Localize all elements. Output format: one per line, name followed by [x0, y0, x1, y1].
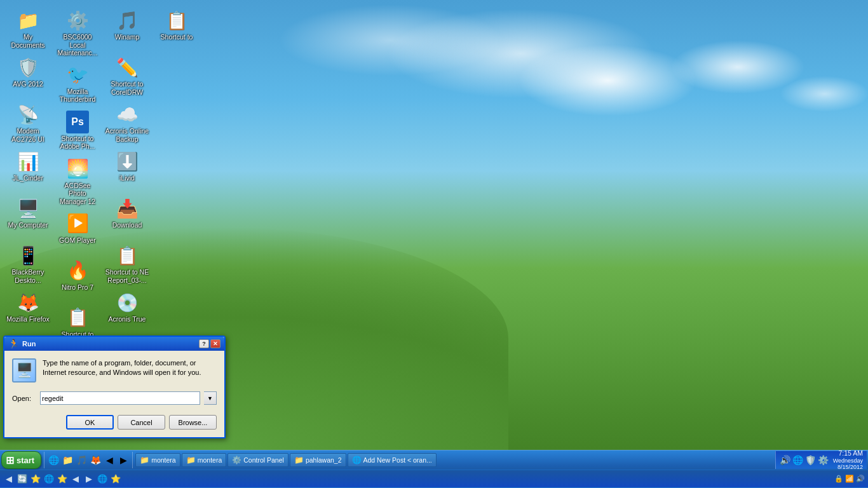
- desktop-icon-label-winamp: Winamp: [115, 33, 140, 41]
- desktop-icon-nitro-pro[interactable]: 🔥Nitro Pro 7: [53, 257, 102, 302]
- title-left: 🏃 Run: [8, 339, 36, 349]
- tray-bottom-icon-2[interactable]: 📶: [845, 475, 854, 483]
- task-montera-2[interactable]: 📁 montera: [182, 453, 227, 467]
- desktop-icon-label-bsc6000: BSC6000 Local Maintenanc...: [55, 33, 100, 57]
- desktop-icon-label-shortcut-ne: Shortcut to NE Report_03-...: [105, 268, 149, 284]
- quick-launch: 🌐 📁 🎵 🦊 ◀ ▶: [44, 452, 133, 468]
- row2-left[interactable]: ◀: [70, 473, 81, 485]
- desktop-icon-ilivid[interactable]: ⬇️iLivid: [102, 147, 152, 193]
- desktop-icon-img-shortcut-bottom: 📋: [165, 9, 188, 32]
- desktop-icon-avg-2012[interactable]: 🛡️AVG 2012: [3, 53, 53, 99]
- run-input[interactable]: [40, 391, 200, 405]
- desktop-icon-img-mozilla-thunderbird: 🐦: [66, 64, 89, 86]
- desktop-icon-label-mozilla-thunderbird: Mozilla Thunderbird: [55, 88, 100, 104]
- desktop-icon-label-nitro-pro: Nitro Pro 7: [62, 283, 93, 292]
- desktop-icon-label-my-documents: My Documents: [6, 33, 50, 49]
- desktop-icon-img-download: 📥: [116, 197, 139, 220]
- task-control-panel[interactable]: ⚙️ Control Panel: [227, 453, 288, 467]
- task-post-label: Add New Post < oran...: [363, 456, 432, 464]
- task-cp-icon: ⚙️: [232, 456, 241, 464]
- row2-back[interactable]: ◀: [3, 473, 15, 485]
- taskbar-tasks: 📁 montera 📁 montera ⚙️ Control Panel 📁 p…: [133, 453, 775, 467]
- desktop-icon-mozilla-firefox[interactable]: 🦊Mozilla Firefox: [3, 288, 53, 334]
- row2-star2[interactable]: ⭐: [57, 473, 68, 485]
- run-icon: 🖥️: [12, 358, 36, 383]
- tray-icon-3[interactable]: 🛡️: [805, 455, 816, 465]
- desktop-icon-acronis-online[interactable]: ☁️Acronis Online Backup: [102, 100, 152, 146]
- tray-bottom-icon-1[interactable]: 🔒: [834, 475, 843, 483]
- desktop-icon-my-computer[interactable]: 🖥️My Computer: [3, 194, 53, 240]
- desktop-icon-shortcut-ne[interactable]: 📋Shortcut to NE Report_03-...: [102, 241, 152, 287]
- ie-quicklaunch[interactable]: 🌐: [47, 454, 60, 466]
- firefox-quicklaunch[interactable]: 🦊: [89, 454, 102, 466]
- desktop-icon-shortcut-adobe[interactable]: PsShortcut to Adobe Ph...: [53, 108, 102, 154]
- row2-star1[interactable]: ⭐: [30, 473, 41, 485]
- start-button[interactable]: ⊞ start: [1, 451, 41, 469]
- desktop-icon-img-shortcut-bercaibal: 📋: [66, 306, 89, 329]
- task-montera-1-label: montera: [151, 456, 176, 464]
- desktop-icon-label-download: Download: [112, 221, 142, 229]
- desktop-icon-jl-cinder[interactable]: 📊JL_Cinder: [3, 147, 53, 193]
- row2-ie[interactable]: 🌐: [43, 473, 55, 485]
- desktop-icon-label-shortcut-adobe: Shortcut to Adobe Ph...: [55, 135, 100, 151]
- task-folder-icon-2: 📁: [186, 456, 196, 464]
- desktop-icon-modem-ac2726[interactable]: 📡Modem AC2726 UI: [3, 100, 53, 146]
- desktop-icon-download[interactable]: 📥Download: [102, 194, 152, 240]
- desktop-icon-gom-player[interactable]: ▶️GOM Player: [53, 210, 102, 255]
- tray-bottom-icon-3[interactable]: 🔊: [856, 475, 865, 483]
- arrow-left-quicklaunch[interactable]: ◀: [103, 454, 116, 466]
- tray-icon-4[interactable]: ⚙️: [818, 455, 829, 465]
- row2-right[interactable]: ▶: [83, 473, 95, 485]
- browse-button[interactable]: Browse...: [169, 415, 217, 430]
- desktop-icon-my-documents[interactable]: 📁My Documents: [3, 6, 53, 52]
- tray-icon-1[interactable]: 🔊: [780, 455, 790, 465]
- desktop-icon-acdsee[interactable]: 🌅ACDSee Photo Manager 12: [53, 155, 102, 208]
- task-pahlawan[interactable]: 📁 pahlawan_2: [290, 453, 346, 467]
- task-montera-1[interactable]: 📁 montera: [135, 453, 180, 467]
- row2-globe[interactable]: 🌐: [97, 473, 108, 485]
- desktop-icon-label-acronis-true: Acronis True: [109, 315, 146, 323]
- desktop-icon-label-avg-2012: AVG 2012: [13, 80, 43, 88]
- desktop-icon-img-bsc6000: ⚙️: [66, 9, 89, 32]
- run-header: 🖥️ Type the name of a program, folder, d…: [12, 358, 217, 383]
- start-label: start: [17, 456, 34, 465]
- row2-refresh[interactable]: 🔄: [17, 473, 28, 485]
- arrow-right-quicklaunch[interactable]: ▶: [117, 454, 130, 466]
- tray-icon-2[interactable]: 🌐: [792, 455, 803, 465]
- tray-time: 7:15 AM: [833, 449, 863, 458]
- desktop-icon-shortcut-bottom[interactable]: 📋Shortcut to: [152, 6, 201, 52]
- run-buttons: OK Cancel Browse...: [12, 415, 217, 430]
- desktop-icon-acronis-true[interactable]: 💿Acronis True: [102, 288, 152, 334]
- desktop-icon-winamp[interactable]: 🎵Winamp: [102, 6, 152, 52]
- title-buttons: ? ✕: [199, 339, 220, 348]
- task-add-new-post[interactable]: 🌐 Add New Post < oran...: [348, 453, 437, 467]
- run-dialog: 🏃 Run ? ✕ 🖥️ Type the name of a program,…: [3, 336, 226, 438]
- run-title-icon: 🏃: [8, 339, 19, 349]
- taskbar: ⊞ start 🌐 📁 🎵 🦊 ◀ ▶ 📁 montera 📁: [0, 450, 868, 488]
- run-dropdown[interactable]: ▼: [204, 391, 217, 405]
- desktop-icon-label-shortcut-coreldraw: Shortcut to CorelDRW: [105, 80, 149, 96]
- windows-logo: ⊞: [6, 454, 14, 466]
- desktop-icon-img-shortcut-coreldraw: ✏️: [116, 56, 139, 79]
- desktop-icon-img-mozilla-firefox: 🦊: [17, 291, 39, 314]
- media-quicklaunch[interactable]: 🎵: [75, 454, 88, 466]
- desktop-icon-shortcut-coreldraw[interactable]: ✏️Shortcut to CorelDRW: [102, 53, 152, 99]
- desktop-icon-label-blackberry: BlackBerry Deskto...: [6, 268, 50, 284]
- desktop-icon-label-gom-player: GOM Player: [59, 236, 96, 245]
- tray-date: Wednesday8/15/2012: [833, 458, 863, 471]
- desktop-icon-blackberry[interactable]: 📱BlackBerry Deskto...: [3, 241, 53, 287]
- row2-star3[interactable]: ⭐: [110, 473, 121, 485]
- help-button[interactable]: ?: [199, 339, 209, 348]
- desktop-icon-label-acdsee: ACDSee Photo Manager 12: [55, 182, 100, 206]
- task-folder-icon-1: 📁: [140, 456, 149, 464]
- desktop-icon-mozilla-thunderbird[interactable]: 🐦Mozilla Thunderbird: [53, 61, 102, 107]
- tray-clock[interactable]: 7:15 AM Wednesday8/15/2012: [831, 449, 863, 471]
- cancel-button[interactable]: Cancel: [118, 415, 165, 430]
- ok-button[interactable]: OK: [66, 415, 114, 430]
- desktop-icon-bsc6000[interactable]: ⚙️BSC6000 Local Maintenanc...: [53, 6, 102, 60]
- close-button[interactable]: ✕: [210, 339, 220, 348]
- folder-quicklaunch[interactable]: 📁: [61, 454, 74, 466]
- desktop-icon-img-blackberry: 📱: [17, 244, 39, 267]
- desktop-icon-label-shortcut-bottom: Shortcut to: [161, 33, 193, 41]
- run-open-row: Open: ▼: [12, 391, 217, 405]
